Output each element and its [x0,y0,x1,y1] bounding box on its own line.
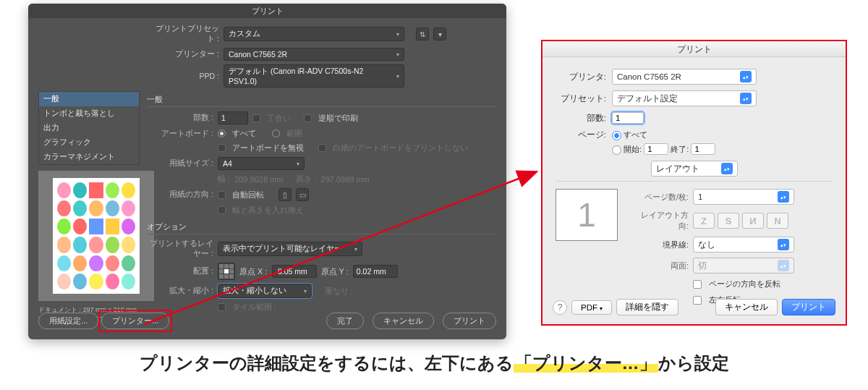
updown-icon: ▴▾ [721,163,733,174]
category-sidebar: 一般 トンボと裁ち落とし 出力 グラフィック カラーマネジメント [38,91,140,323]
scale-label: 拡大・縮小 : [147,286,213,296]
print-button[interactable]: プリント [782,299,835,315]
printer-select[interactable]: Canon C7565 2R▾ [224,48,404,61]
printer-label: プリンター : [154,49,219,59]
pages-range-radio[interactable] [612,145,621,155]
chevron-down-icon: ▾ [396,73,399,80]
scale-select[interactable]: 拡大・縮小しない▾ [218,284,312,298]
printer-select[interactable]: Canon C7565 2R▴▾ [612,69,757,85]
direction-label: レイアウト方向: [632,210,689,232]
height-value: 297.0389 mm [321,175,370,184]
layout-thumbnail: 1 [556,189,618,241]
layers-select[interactable]: 表示中でプリント可能なレイヤー▾ [218,242,362,256]
updown-icon: ▴▾ [778,260,789,271]
pages-from-input[interactable] [644,143,668,155]
printer-label: プリンタ: [556,72,606,82]
layers-label: プリントするレイヤー : [147,239,213,259]
duplex-select: 切▴▾ [693,258,794,274]
ignore-artboard-checkbox[interactable] [218,144,226,152]
updown-icon: ▴▾ [740,93,752,104]
section-option: オプション [147,221,496,234]
caption-highlight: 「プリンター…」 [514,353,658,373]
preset-select[interactable]: カスタム▾ [224,27,404,41]
pages-to-input[interactable] [691,143,715,155]
layout-direction-icons[interactable]: ZSИN [693,213,788,229]
artboard-range-radio[interactable] [272,130,280,137]
pdf-button[interactable]: PDF ▾ [571,300,612,315]
chevron-down-icon: ▾ [304,288,307,294]
copies-input[interactable] [612,112,644,124]
pps-label: ページ数/枚: [632,192,689,203]
clipart-preview [57,182,135,289]
chevron-down-icon: ▾ [600,305,603,312]
reverse-checkbox[interactable] [304,114,312,122]
updown-icon[interactable]: ⇅ [416,27,429,41]
cancel-button[interactable]: キャンセル [715,299,778,315]
dialog-title: プリント [542,41,846,57]
hide-details-button[interactable]: 詳細を隠す [616,299,678,315]
reverse-orientation-checkbox[interactable] [693,280,702,289]
updown-icon: ▴▾ [778,239,789,250]
ppd-select[interactable]: デフォルト (Canon iR-ADV C7500s-N2 PSV1.0)▾ [224,64,404,88]
copies-label: 部数: [556,113,606,124]
options-tab-select[interactable]: レイアウト▴▾ [651,161,738,177]
width-value: 209.9028 mm [234,175,283,184]
system-print-dialog: プリント プリンタ: Canon C7565 2R▴▾ プリセット: デフォルト… [541,40,847,326]
border-select[interactable]: なし▴▾ [693,237,794,253]
caption-text: プリンターの詳細設定をするには、左下にある「プリンター…」から設定 [0,352,868,375]
cancel-button[interactable]: キャンセル [373,313,434,329]
updown-icon: ▴▾ [740,71,752,82]
chevron-down-icon: ▾ [396,31,399,38]
sidebar-item-output[interactable]: 出力 [39,121,139,135]
updown-icon: ▴▾ [778,191,789,203]
printer-button[interactable]: プリンター... [101,313,169,329]
copies-input[interactable] [218,111,248,124]
artboard-label: アートボード : [147,129,213,139]
print-button[interactable]: プリント [443,313,496,329]
placement-grid-icon[interactable] [218,263,235,280]
skip-blank-checkbox [318,144,326,152]
portrait-icon[interactable]: ▯ [278,188,292,201]
chevron-down-icon: ▾ [354,246,357,253]
ppd-label: PPD : [154,72,219,80]
done-button[interactable]: 完了 [326,313,364,329]
illustrator-print-dialog: プリント プリントプリセット : カスタム▾ ⇅ ▾ プリンター : Canon… [28,4,506,339]
sidebar-item-marks[interactable]: トンボと裁ち落とし [39,106,139,121]
save-preset-icon[interactable]: ▾ [433,27,446,41]
orient-label: 用紙の方向 : [147,190,213,200]
auto-rotate-checkbox[interactable] [218,191,226,199]
origin-x-input[interactable] [272,265,317,278]
preset-label: プリセット: [556,93,606,104]
sidebar-item-general[interactable]: 一般 [39,92,139,106]
origin-y-input[interactable] [353,265,398,278]
page-setup-button[interactable]: 用紙設定... [38,313,98,329]
swap-checkbox [218,206,226,214]
help-button[interactable]: ? [553,300,567,315]
preview-box [38,171,154,301]
border-label: 境界線: [632,239,689,250]
main-panel: 一般 部数 : 丁合い 逆順で印刷 アートボード : すべて 範囲 アートボード… [147,91,496,323]
landscape-icon[interactable]: ▭ [296,188,309,201]
pages-per-sheet-select[interactable]: 1▴▾ [693,189,794,205]
chevron-down-icon: ▾ [396,51,399,58]
copies-label: 部数 : [147,113,213,123]
printer-button-highlight: プリンター... [98,310,172,332]
dialog-title: プリント [28,4,506,18]
preview-page [53,178,140,294]
section-general: 一般 [147,94,496,107]
pages-all-radio[interactable] [612,131,621,140]
placement-label: 配置 : [147,266,213,276]
preset-label: プリントプリセット : [154,24,219,44]
sidebar-item-color[interactable]: カラーマネジメント [39,150,139,164]
mediasize-label: 用紙サイズ : [147,158,213,169]
chevron-down-icon: ▾ [297,161,299,167]
mediasize-select[interactable]: A4▾ [218,157,305,170]
divider [556,181,833,182]
preset-select[interactable]: デフォルト設定▴▾ [612,90,757,106]
collate-checkbox[interactable] [252,114,260,122]
pages-label: ページ: [556,130,606,140]
sidebar-item-graphics[interactable]: グラフィック [39,135,139,150]
duplex-label: 両面: [632,260,689,271]
artboard-all-radio[interactable] [218,130,226,137]
